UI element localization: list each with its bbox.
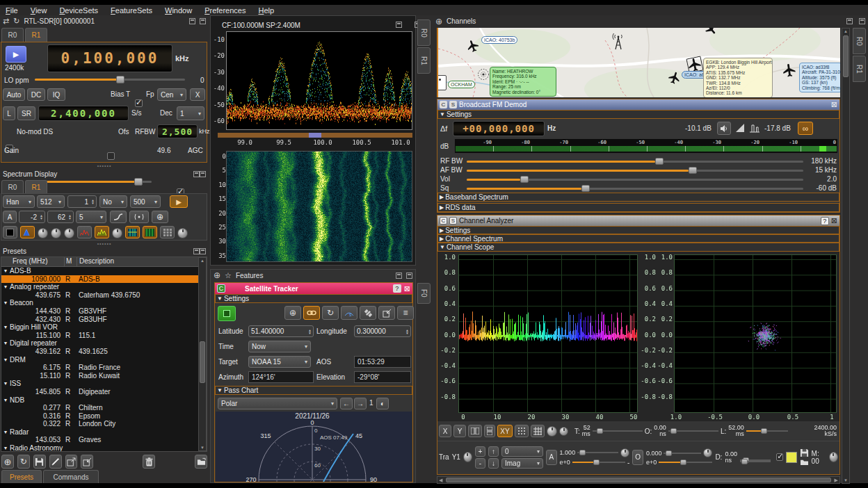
preset-row[interactable]: 145.805RDigipeater [1, 388, 207, 396]
close-window-icon[interactable] [859, 18, 865, 24]
averaging-spinner[interactable]: 1▲▼ [67, 195, 97, 208]
channels-side-tab-r0[interactable]: R0 [853, 28, 866, 54]
waypoint-label[interactable]: OCKHAM [448, 81, 475, 88]
horizontal-split-icon[interactable] [468, 425, 482, 437]
features-side-tab-f0[interactable]: F0 [417, 283, 431, 304]
close-window-icon[interactable] [200, 248, 206, 254]
fm-demod-titlebar[interactable]: C S Broadcast FM Demod ⊠ [437, 99, 839, 110]
next-pass-button[interactable]: → [354, 398, 367, 409]
satellite-tracker-titlebar[interactable]: C Satellite Tracker ? ⊠ [215, 283, 412, 294]
ofs-knob[interactable] [703, 448, 712, 457]
amp-exp-slider[interactable] [572, 459, 625, 466]
load-presets-button[interactable] [195, 455, 207, 469]
add-feature-icon[interactable]: ⊕ [214, 270, 220, 280]
grid-button[interactable] [160, 226, 175, 238]
samplerate-mode-button[interactable]: SR [17, 106, 35, 120]
update-preset-button[interactable]: ↻ [17, 455, 30, 469]
preset-row[interactable]: 0.277RChiltern [1, 404, 207, 412]
bias-t-checkbox[interactable] [135, 99, 143, 107]
fft-window-dropdown[interactable]: Han [3, 195, 35, 208]
trace-color-swatch[interactable] [786, 452, 797, 463]
samplerate-dial[interactable]: 2,400,000 [38, 106, 129, 121]
delete-preset-button[interactable] [143, 455, 155, 469]
add-preset-button[interactable]: ⊕ [1, 455, 14, 469]
longitude-field[interactable]: 0.300000▲▼ [354, 325, 411, 337]
amp-slider[interactable] [577, 449, 618, 456]
channel-badge-c[interactable]: C [440, 217, 447, 225]
column-freq[interactable]: Freq (MHz) [1, 257, 64, 266]
preset-row[interactable]: 6.175RRadio France [1, 364, 207, 372]
channel-analyzer-titlebar[interactable]: C S Channel Analyzer ? ⊠ [437, 215, 839, 226]
shrink-window-icon[interactable] [396, 273, 402, 279]
radio-tower-icon[interactable] [611, 33, 626, 50]
channel-scope-rollup[interactable]: Channel Scope [447, 243, 494, 251]
waterfall-share-knob[interactable] [112, 228, 122, 238]
close-icon[interactable]: ⊠ [831, 100, 837, 109]
preset-group-row[interactable]: ▼Beacon [1, 299, 207, 307]
menu-item-devicesets[interactable]: DeviceSets [59, 6, 98, 15]
fm-slider[interactable] [467, 184, 803, 193]
iq-button[interactable]: IQ [47, 88, 65, 101]
preset-group-row[interactable]: ▼Radio Astronomy [1, 444, 207, 452]
column-description[interactable]: Description [77, 257, 207, 266]
trace-select-knob[interactable] [463, 452, 472, 462]
aircraft-infobox[interactable]: ICAO: ad33f8Aircraft: PA-31-310Altitude:… [799, 63, 840, 92]
edit-settings-button[interactable] [378, 306, 395, 320]
undock-icon[interactable] [396, 22, 402, 28]
load-trace-icon[interactable] [800, 458, 809, 466]
preset-group-row[interactable]: ▼ISS [1, 380, 207, 388]
scope-trace-plot[interactable] [458, 254, 638, 413]
add-trace-button[interactable]: + [475, 446, 485, 457]
preset-row[interactable]: 115.100R115.1 [1, 332, 207, 340]
ofs-slider[interactable] [664, 450, 701, 457]
filter-response-button[interactable] [110, 211, 127, 223]
preset-group-row[interactable]: ▼DRM [1, 356, 207, 364]
vertical-split-icon[interactable] [484, 425, 495, 437]
baseband-spectrum-rollup[interactable]: Baseband Spectrum [445, 193, 508, 201]
dark-theme-icon[interactable]: ◐ [376, 398, 389, 409]
spectrum-play-button[interactable]: ▶ [170, 195, 188, 208]
preset-row[interactable]: 439.162R439.1625 [1, 348, 207, 356]
preset-row[interactable]: 15.110RRadio Kuwait [1, 372, 207, 380]
preset-group-row[interactable]: ▼Radar [1, 428, 207, 437]
bottom-tab-presets[interactable]: Presets [1, 470, 42, 483]
ref-level-spinner[interactable]: -2▲▼ [19, 211, 45, 223]
preset-row[interactable]: 1090.000RADS-B [1, 275, 207, 284]
audio-mute-button[interactable] [717, 122, 731, 135]
chart-type-dropdown[interactable]: Polar [218, 398, 337, 409]
help-button[interactable]: ? [821, 217, 829, 225]
preset-row[interactable]: 439.675RCaterham 439.6750 [1, 291, 207, 300]
frequency-offset-dial[interactable]: +00,000,000 [453, 121, 545, 136]
ofs-checkbox[interactable] [107, 152, 115, 160]
grid-intensity-icon[interactable] [531, 425, 545, 437]
xy-display-button[interactable]: XY [497, 425, 513, 437]
ndb-infobox[interactable]: Name: HEATHROWFrequency: 316.0 kHzIdent:… [490, 67, 556, 97]
time-dropdown[interactable]: Now [248, 341, 311, 352]
waterfall-button[interactable] [125, 226, 140, 238]
menu-item-featuresets[interactable]: FeatureSets [111, 6, 152, 15]
ndb-beacon-icon[interactable] [477, 68, 490, 81]
menu-item-preferences[interactable]: Preferences [204, 6, 246, 15]
airport-infobox[interactable]: EGKB: London Biggin Hill AirportAPP: 129… [703, 58, 773, 97]
trace-offset-slider[interactable] [668, 428, 718, 434]
menu-item-window[interactable]: Window [165, 6, 192, 15]
audio-loop-button[interactable]: ∞ [798, 122, 813, 135]
histogram-off-button[interactable] [3, 226, 17, 238]
channel-spectrum-rollup[interactable]: Channel Spectrum [445, 235, 503, 243]
center-frequency-dial[interactable]: 0,100,000 [47, 44, 172, 72]
autotarget-button[interactable]: s [341, 306, 357, 320]
close-icon[interactable]: ⊠ [404, 284, 410, 293]
save-presets-button[interactable] [33, 455, 46, 469]
close-window-icon[interactable] [200, 171, 206, 177]
grid-intensity-knob[interactable] [547, 426, 557, 437]
column-m[interactable]: M [64, 257, 77, 266]
analyzer-settings-rollup[interactable]: Settings [445, 227, 470, 234]
channels-side-tab-r1[interactable]: R1 [853, 56, 866, 82]
channel-marker[interactable] [309, 133, 321, 138]
latitude-field[interactable]: 51.400000▲▼ [248, 325, 314, 337]
trace-length-slider[interactable] [746, 428, 788, 434]
settings-rollup[interactable]: Settings [224, 295, 249, 302]
reload-device-icon[interactable]: ↻ [13, 17, 19, 26]
range-spinner[interactable]: 62▲▼ [47, 211, 74, 223]
frequency-band-bar[interactable] [218, 133, 412, 138]
